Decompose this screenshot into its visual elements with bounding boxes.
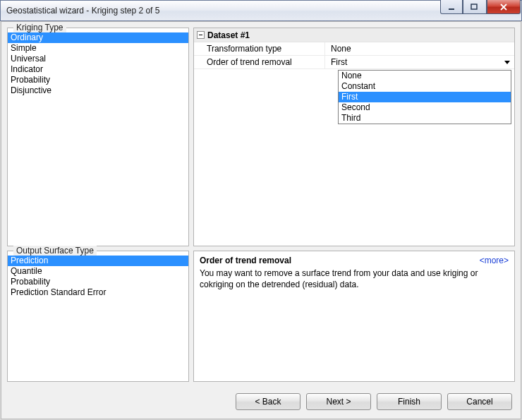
close-icon xyxy=(499,4,508,11)
back-button[interactable]: < Back xyxy=(236,393,301,410)
window-title: Geostatistical wizard - Kriging step 2 o… xyxy=(6,6,159,16)
help-more-link[interactable]: <more> xyxy=(480,256,509,265)
property-label: Order of trend removal xyxy=(194,56,325,68)
list-item[interactable]: Prediction xyxy=(8,256,188,266)
content-area: Kriging Type OrdinarySimpleUniversalIndi… xyxy=(7,28,515,382)
trend-removal-dropdown[interactable]: NoneConstantFirstSecondThird xyxy=(338,70,511,124)
minimize-icon xyxy=(448,4,455,11)
property-value-dropdown[interactable]: First xyxy=(325,56,514,68)
wizard-buttons: < Back Next > Finish Cancel xyxy=(236,393,512,410)
maximize-icon xyxy=(471,4,479,11)
output-surface-group: Output Surface Type PredictionQuantilePr… xyxy=(7,251,189,382)
kriging-type-label: Kriging Type xyxy=(13,23,66,32)
left-column: Kriging Type OrdinarySimpleUniversalIndi… xyxy=(7,28,189,382)
list-item[interactable]: Probability xyxy=(8,277,188,287)
kriging-type-group: Kriging Type OrdinarySimpleUniversalIndi… xyxy=(7,28,189,246)
dataset-title: Dataset #1 xyxy=(207,30,250,40)
dataset-header: Dataset #1 xyxy=(194,28,514,42)
svg-rect-0 xyxy=(449,8,454,10)
help-panel: Order of trend removal <more> You may wa… xyxy=(193,251,515,382)
property-row-trend-removal[interactable]: Order of trend removal First xyxy=(194,56,514,69)
list-item[interactable]: Quantile xyxy=(8,266,188,277)
client-area: Kriging Type OrdinarySimpleUniversalIndi… xyxy=(1,21,521,419)
close-button[interactable] xyxy=(487,0,521,14)
list-item[interactable]: Simple xyxy=(8,43,188,54)
output-surface-label: Output Surface Type xyxy=(13,246,97,256)
list-item[interactable]: Universal xyxy=(8,54,188,64)
collapse-icon[interactable] xyxy=(197,31,205,39)
list-item[interactable]: Probability xyxy=(8,75,188,85)
output-surface-list[interactable]: PredictionQuantileProbabilityPrediction … xyxy=(8,256,188,298)
kriging-type-list[interactable]: OrdinarySimpleUniversalIndicatorProbabil… xyxy=(8,32,188,96)
chevron-down-icon[interactable] xyxy=(502,57,512,68)
list-item[interactable]: Disjunctive xyxy=(8,85,188,96)
list-item[interactable]: Ordinary xyxy=(8,32,188,43)
next-button[interactable]: Next > xyxy=(306,393,371,410)
output-surface-body: PredictionQuantileProbabilityPrediction … xyxy=(8,251,188,381)
property-value: None xyxy=(325,42,514,55)
svg-rect-1 xyxy=(471,4,477,9)
property-label: Transformation type xyxy=(194,42,325,55)
minimize-button[interactable] xyxy=(440,0,463,14)
property-row-transformation[interactable]: Transformation type None xyxy=(194,42,514,56)
dropdown-item[interactable]: None xyxy=(339,71,511,81)
cancel-button[interactable]: Cancel xyxy=(447,393,512,410)
dropdown-item[interactable]: Second xyxy=(339,102,511,113)
dropdown-item[interactable]: Constant xyxy=(339,81,511,92)
maximize-button[interactable] xyxy=(463,0,487,14)
property-value-text: First xyxy=(331,57,347,67)
right-column: Dataset #1 Transformation type None Orde… xyxy=(193,28,515,382)
titlebar: Geostatistical wizard - Kriging step 2 o… xyxy=(0,0,522,21)
kriging-type-body: OrdinarySimpleUniversalIndicatorProbabil… xyxy=(8,28,188,246)
list-item[interactable]: Prediction Standard Error xyxy=(8,287,188,298)
finish-button[interactable]: Finish xyxy=(377,393,442,410)
help-title: Order of trend removal xyxy=(200,256,509,265)
dataset-panel: Dataset #1 Transformation type None Orde… xyxy=(193,28,515,246)
help-text: You may want to remove a surface trend f… xyxy=(200,268,509,290)
dropdown-item[interactable]: First xyxy=(339,92,511,102)
dropdown-item[interactable]: Third xyxy=(339,113,511,124)
list-item[interactable]: Indicator xyxy=(8,64,188,75)
window-controls xyxy=(440,0,521,14)
